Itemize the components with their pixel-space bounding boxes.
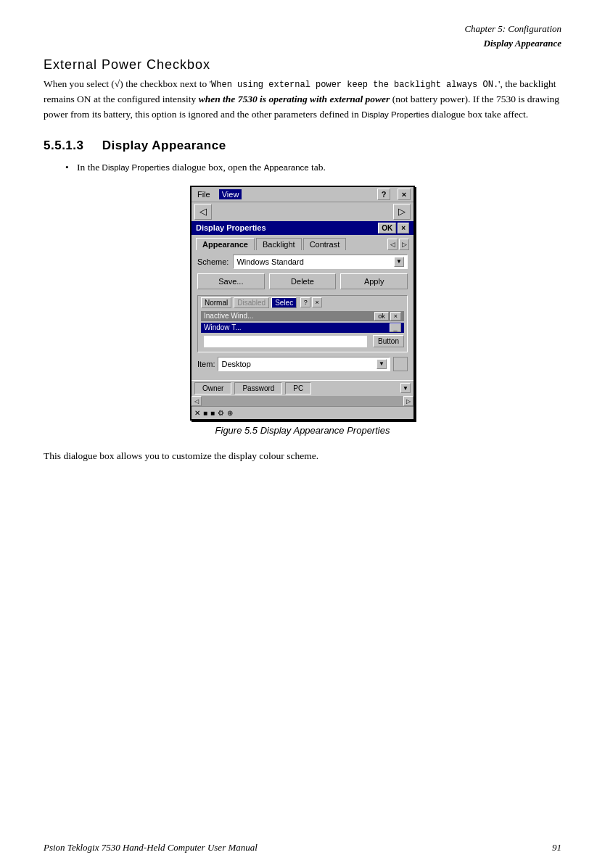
close-title-btn[interactable]: × — [398, 223, 409, 233]
subsection-title: Display Appearance — [102, 139, 226, 152]
item-dropdown[interactable]: Desktop ▼ — [218, 357, 390, 371]
taskbar-password[interactable]: Password — [234, 382, 282, 394]
dialog-help-btn[interactable]: ? — [377, 189, 390, 200]
ext-power-section: External Power Checkbox When you select … — [44, 57, 561, 123]
menu-file[interactable]: File — [194, 189, 213, 199]
footer-left: Psion Teklogix 7530 Hand-Held Computer U… — [44, 842, 258, 853]
subsection-number: 5.5.1.3 — [44, 139, 84, 152]
tabs-row: Appearance Backlight Contrast ◁ ▷ — [192, 235, 413, 250]
message-button[interactable]: Button — [373, 335, 404, 347]
tab-scroll-btns: ◁ ▷ — [387, 239, 409, 250]
bullet-text-3: tab. — [309, 162, 326, 173]
status-icon-5: ⊕ — [227, 409, 233, 417]
scheme-row: Scheme: Windows Standard ▼ — [197, 255, 408, 269]
toolbar-btn-1[interactable]: ◁ — [194, 204, 212, 220]
dropdown-arrow-icon[interactable]: ▼ — [394, 257, 404, 267]
inactive-window-bar: Inactive Wind... ok × — [201, 311, 404, 321]
preview-help-btn[interactable]: ? — [300, 297, 310, 307]
selected-box: Selec — [271, 297, 297, 308]
action-buttons-row: Save... Delete Apply — [197, 273, 408, 289]
status-icon-2: ■ — [203, 409, 207, 417]
inactive-close-btn[interactable]: × — [390, 312, 401, 321]
toolbar-row: ◁ ▷ — [192, 202, 413, 221]
dialog-menubar: File View ? × — [192, 187, 413, 202]
chapter-line: Chapter 5: Configuration — [44, 22, 561, 36]
mono-text: When using external power keep the backl… — [211, 80, 498, 90]
footer-right: 91 — [552, 842, 561, 853]
page-header: Chapter 5: Configuration Display Appeara… — [44, 22, 561, 50]
figure-container: File View ? × ◁ ▷ Display Properties — [44, 186, 561, 436]
bullet-text-1: In the — [77, 162, 102, 173]
scroll-track — [202, 396, 403, 406]
para-text-1: When you select ( — [44, 78, 115, 89]
disp-props-btns: OK × — [378, 223, 409, 233]
display-props-link: Display Properties — [361, 110, 429, 119]
window-text-area — [204, 336, 367, 347]
menu-view[interactable]: View — [219, 189, 242, 199]
window-content-row: Button — [201, 334, 404, 349]
dialog-close-btn[interactable]: × — [398, 189, 411, 200]
ext-power-heading: External Power Checkbox — [44, 57, 561, 73]
page-footer: Psion Teklogix 7530 Hand-Held Computer U… — [44, 842, 561, 853]
preview-close-btn[interactable]: × — [312, 297, 322, 307]
window-title-line: Window T... _ — [201, 323, 404, 333]
dialog-content: Scheme: Windows Standard ▼ Save... Delet… — [192, 250, 413, 380]
taskbar-owner[interactable]: Owner — [194, 382, 231, 394]
display-dialog: File View ? × ◁ ▷ Display Properties — [190, 186, 415, 421]
tab-appearance[interactable]: Appearance — [196, 238, 255, 250]
bold-italic-text: when the 7530 is operating with external… — [199, 94, 390, 104]
status-icon-3: ■ — [210, 409, 215, 417]
figure-caption: Figure 5.5 Display Appearance Properties — [215, 425, 390, 436]
item-row: Item: Desktop ▼ — [197, 357, 408, 371]
tab-contrast[interactable]: Contrast — [303, 238, 347, 250]
taskbar-pc[interactable]: PC — [285, 382, 311, 394]
appearance-link: Appearance — [264, 163, 309, 172]
display-appearance-section: 5.5.1.3 Display Appearance In the Displa… — [44, 139, 561, 175]
display-props-title: Display Properties — [196, 223, 266, 232]
display-props-bar: Display Properties OK × — [192, 221, 413, 235]
inactive-ok-btn[interactable]: ok — [374, 312, 389, 321]
preview-items-row: Normal Disabled Selec ? × — [198, 296, 407, 310]
display-props-link2: Display Properties — [102, 163, 170, 172]
normal-box: Normal — [201, 297, 231, 308]
forward-icon: ▷ — [398, 206, 406, 217]
item-value: Desktop — [221, 360, 250, 368]
back-icon: ◁ — [199, 206, 207, 217]
item-dropdown-arrow-icon[interactable]: ▼ — [376, 359, 387, 369]
window-minimize-btn[interactable]: _ — [390, 323, 401, 332]
subsection-heading: 5.5.1.3 Display Appearance — [44, 139, 561, 153]
status-icon-1: ✕ — [194, 409, 200, 417]
status-icon-4: ⚙ — [218, 409, 224, 417]
scroll-left-btn[interactable]: ◁ — [192, 396, 202, 406]
apply-btn[interactable]: Apply — [340, 273, 408, 289]
taskbar-scroll-btn[interactable]: ▼ — [400, 383, 411, 393]
item-color-swatch[interactable] — [393, 357, 408, 371]
save-btn[interactable]: Save... — [197, 273, 265, 289]
para-text-5: dialogue box take affect. — [429, 109, 528, 120]
item-label: Item: — [197, 360, 215, 368]
section-line: Display Appearance — [44, 36, 561, 51]
preview-area: Normal Disabled Selec ? × Inactive Wind.… — [197, 295, 408, 352]
status-bar: ✕ ■ ■ ⚙ ⊕ — [192, 406, 413, 419]
window-title-text: Window T... — [204, 323, 242, 331]
scheme-label: Scheme: — [197, 257, 229, 266]
bullet-item: In the Display Properties dialogue box, … — [65, 160, 561, 175]
delete-btn[interactable]: Delete — [269, 273, 337, 289]
toolbar-btn-2[interactable]: ▷ — [393, 204, 411, 220]
scroll-right-btn[interactable]: ▷ — [403, 396, 413, 406]
scheme-dropdown[interactable]: Windows Standard ▼ — [233, 255, 408, 269]
tab-scroll-right[interactable]: ▷ — [399, 239, 409, 250]
ext-power-para: When you select (√) the checkbox next to… — [44, 77, 561, 123]
para-text-2: ) the checkbox next to ' — [120, 78, 211, 89]
closing-text: This dialogue box allows you to customiz… — [44, 449, 561, 464]
scheme-value: Windows Standard — [236, 257, 303, 266]
taskbar-row: Owner Password PC ▼ — [192, 380, 413, 396]
bullet-text-2: dialogue box, open the — [170, 162, 264, 173]
tab-scroll-left[interactable]: ◁ — [387, 239, 398, 250]
tab-backlight[interactable]: Backlight — [256, 238, 302, 250]
inactive-window-text: Inactive Wind... — [204, 312, 253, 320]
disabled-box: Disabled — [234, 297, 269, 308]
horizontal-scrollbar: ◁ ▷ — [192, 396, 413, 406]
ok-btn[interactable]: OK — [378, 223, 396, 233]
